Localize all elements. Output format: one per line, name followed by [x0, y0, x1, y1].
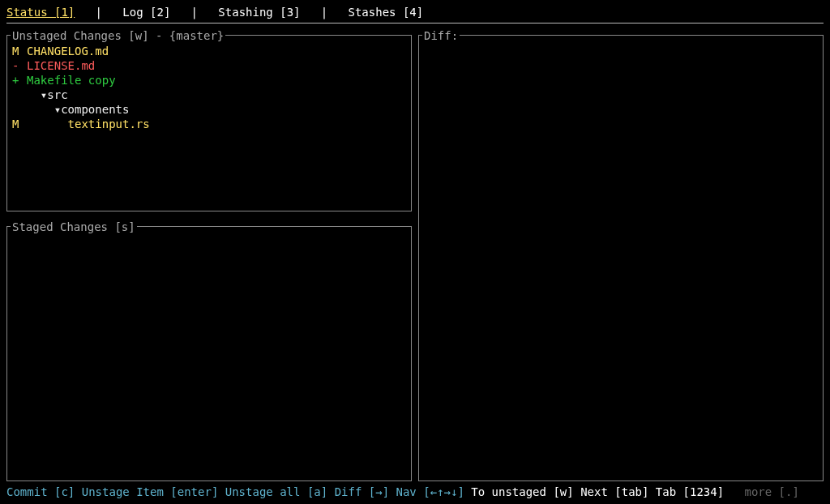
right-column: Diff: [418, 28, 824, 481]
hint-tab[interactable]: Tab [1234] [656, 485, 724, 499]
staged-title: Staged Changes [s] [11, 220, 137, 234]
tab-separator: | [301, 5, 349, 19]
hint-nav-label: Nav [396, 485, 417, 499]
tree-label [27, 102, 54, 117]
file-status-icon [12, 88, 27, 102]
tree-label [27, 88, 41, 102]
hint-nav-keys: [←↑→↓] [423, 485, 464, 499]
tree-folder[interactable]: ▾components [12, 102, 406, 117]
staged-panel[interactable]: Staged Changes [s] [6, 226, 412, 481]
main-area: Unstaged Changes [w] - {master} MCHANGEL… [0, 23, 830, 481]
hint-more[interactable]: more [.] [744, 485, 798, 499]
tab-separator: | [170, 5, 218, 19]
diff-title: Diff: [422, 28, 460, 43]
hint-commit[interactable]: Commit [c] [6, 485, 75, 499]
file-row[interactable]: -LICENSE.md [12, 58, 406, 73]
file-status-icon: - [12, 58, 27, 73]
tree-folder[interactable]: ▾src [12, 88, 406, 102]
tab-separator: | [75, 5, 122, 19]
file-row[interactable]: M textinput.rs [12, 117, 406, 131]
unstaged-file-list: MCHANGELOG.md -LICENSE.md +Makefile copy… [12, 44, 406, 131]
tree-indent [27, 117, 68, 131]
tree-name: ▾components [54, 102, 130, 117]
unstaged-panel[interactable]: Unstaged Changes [w] - {master} MCHANGEL… [6, 35, 412, 211]
left-column: Unstaged Changes [w] - {master} MCHANGEL… [6, 28, 412, 481]
hint-to-unstaged[interactable]: To unstaged [w] [471, 485, 573, 499]
hint-diff[interactable]: Diff [→] [335, 485, 389, 499]
file-row[interactable]: MCHANGELOG.md [12, 44, 406, 58]
file-status-icon [12, 102, 27, 117]
unstaged-title: Unstaged Changes [w] - {master} [11, 28, 225, 43]
file-status-icon: M [12, 117, 27, 131]
file-row[interactable]: +Makefile copy [12, 73, 406, 88]
footer-hints: Commit [c] Unstage Item [enter] Unstage … [0, 481, 830, 504]
file-name: CHANGELOG.md [27, 44, 109, 58]
tab-bar: Status [1] | Log [2] | Stashing [3] | St… [0, 0, 830, 19]
tab-log[interactable]: Log [2] [122, 5, 170, 19]
file-status-icon: + [12, 73, 27, 88]
hint-unstage-item[interactable]: Unstage Item [enter] [82, 485, 219, 499]
file-status-icon: M [12, 44, 27, 58]
hint-unstage-all[interactable]: Unstage all [a] [225, 485, 327, 499]
file-name: Makefile copy [27, 73, 116, 88]
tab-status[interactable]: Status [1] [6, 5, 75, 19]
diff-panel[interactable]: Diff: [418, 35, 824, 481]
tab-stashes[interactable]: Stashes [4] [349, 5, 424, 19]
hint-next[interactable]: Next [tab] [580, 485, 648, 499]
file-name: textinput.rs [68, 117, 150, 131]
file-name: LICENSE.md [27, 58, 95, 73]
tree-name: ▾src [41, 88, 68, 102]
tab-stashing[interactable]: Stashing [3] [218, 5, 300, 19]
